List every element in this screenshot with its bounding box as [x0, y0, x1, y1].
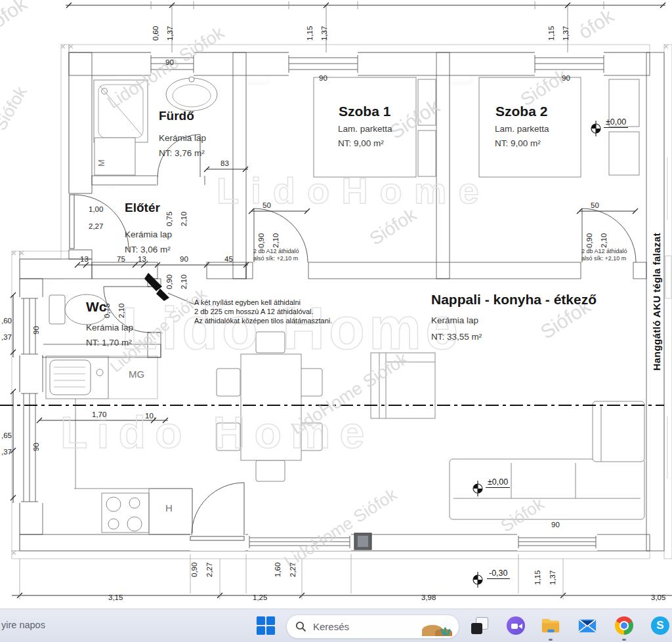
running-indicator: [549, 639, 553, 641]
room-area: NT: 9,00 m²: [495, 138, 541, 148]
room-label-szoba2: Szoba 2: [495, 104, 547, 119]
start-button[interactable]: [257, 616, 275, 635]
windows-logo-icon: [266, 626, 275, 635]
dim-label: 1,37: [165, 26, 175, 41]
dim-label: 90: [32, 443, 41, 451]
dim-label: 1,25: [253, 593, 267, 602]
running-indicator: [622, 639, 626, 641]
file-explorer-button[interactable]: [541, 616, 560, 635]
dim-label: 13: [80, 254, 89, 264]
washing-machine-label: M: [97, 159, 106, 167]
dim-label: 2,10: [599, 233, 608, 248]
room-label-eloter: Előtér: [125, 201, 160, 215]
search-input[interactable]: [312, 620, 406, 633]
room-label-furdo: Fürdő: [159, 109, 194, 123]
windows-logo-icon: [257, 616, 265, 625]
room-area: NT: 9,00 m²: [338, 138, 384, 148]
watermark-large: LidoHome: [217, 169, 491, 212]
room-material: Kerámia lap: [86, 323, 133, 332]
dim-label: 0,75: [165, 212, 174, 226]
dim-label: 50: [262, 201, 271, 210]
fridge-label: H: [165, 502, 173, 513]
dim-label: 1,15: [533, 571, 542, 585]
lintel-small-note: 2 db A12 áthidaló alsó sík: +2,10 m: [581, 248, 627, 262]
dim-label: 1,60: [273, 563, 282, 577]
dim-label: ,37: [1, 332, 12, 342]
dim-label: ,65: [1, 431, 12, 440]
dim-label: 1,00: [89, 205, 103, 214]
skype-button[interactable]: S: [650, 616, 670, 635]
dim-label: 1,70: [92, 410, 106, 419]
dim-label: 0,90: [190, 563, 199, 577]
room-material: Lam. parketta: [495, 124, 549, 134]
dim-label: 45: [224, 254, 233, 264]
acoustic-wall-label: Hanggátló AKU tégla falazat: [651, 233, 662, 371]
dim-label: 0,75: [102, 304, 112, 318]
dim-label: 10,: [145, 411, 156, 420]
dim-label: 1,37: [561, 26, 570, 41]
dim-label: 2,27: [288, 563, 297, 577]
floor-plan-canvas: ófok LidoHome Siófok Siófok ófok Siófok …: [0, 0, 672, 609]
level-marker-label: -0,30: [487, 569, 510, 579]
room-label-szoba1: Szoba 1: [339, 104, 390, 119]
dim-label: 75: [117, 254, 125, 264]
search-box[interactable]: [286, 614, 459, 639]
room-material: Kerámia lap: [125, 230, 172, 239]
dim-label: 0,90: [257, 233, 266, 248]
skype-icon: S: [651, 616, 669, 635]
dishwasher-label: MG: [129, 369, 144, 380]
dim-label: 0,90: [165, 275, 174, 289]
dim-label: 50: [591, 201, 599, 210]
dim-label: 90: [165, 58, 174, 67]
dim-label: 90: [562, 73, 570, 83]
dim-label: 83: [220, 159, 229, 168]
dim-label: 1,15: [547, 26, 556, 41]
level-marker-label: ±0,00: [486, 477, 510, 488]
dim-label: 90: [180, 254, 188, 264]
mail-button[interactable]: [578, 616, 597, 635]
room-area: NT: 3,06 m²: [125, 245, 171, 254]
dim-label: ,60: [1, 316, 12, 325]
room-area: NT: 1,70 m²: [86, 338, 132, 348]
dim-label: 3,05: [651, 593, 665, 602]
room-area: NT: 33,55 m²: [431, 332, 482, 342]
dim-label: 2,27: [89, 222, 103, 231]
dim-label: 2,10: [179, 275, 188, 289]
dim-label: 3,98: [421, 593, 436, 602]
windows-logo-icon: [266, 616, 275, 625]
chat-icon: [507, 616, 525, 635]
dim-label: 0,90: [585, 233, 594, 248]
room-area: NT: 3,76 m²: [159, 148, 205, 158]
chrome-button[interactable]: [614, 616, 634, 635]
file-explorer-icon: [541, 616, 560, 635]
dim-label: 1,37: [548, 571, 557, 585]
taskbar: yire napos: [0, 609, 672, 642]
dim-label: 2,10: [117, 304, 126, 318]
dim-label: 13,: [138, 254, 148, 264]
dim-label: 3,15: [108, 593, 123, 602]
dim-label: ,37: [1, 447, 12, 456]
dim-label: 1,37: [320, 26, 329, 41]
task-view-button[interactable]: [470, 616, 490, 635]
dim-label: 0,60: [151, 26, 160, 41]
screen: ófok LidoHome Siófok Siófok ófok Siófok …: [0, 0, 672, 642]
chat-button[interactable]: [506, 616, 526, 635]
room-material: Lam. parketta: [338, 124, 392, 134]
room-label-nappali: Nappali - konyha - étkező: [431, 292, 597, 308]
level-marker-label: ±0,00: [604, 117, 628, 128]
watermark-large: Lido Home: [60, 407, 373, 458]
chrome-icon: [615, 616, 633, 635]
weather-status-text[interactable]: yire napos: [1, 620, 45, 630]
room-material: Kerámia lap: [159, 133, 206, 143]
dim-label: 90: [551, 520, 560, 529]
search-icon: [295, 621, 306, 632]
dim-label: 90: [319, 73, 327, 83]
lintel-small-note: 2 db A12 áthidaló alsó sík: +2,10 m: [253, 248, 299, 262]
lintel-note: A két nyílást egyben kell áthidalni 2 db…: [194, 298, 332, 325]
room-material: Kerámia lap: [431, 315, 478, 325]
dim-label: 1,15: [305, 26, 314, 41]
search-weather-image: [421, 617, 456, 637]
dim-label: 90: [32, 326, 41, 334]
dim-label: 2,10: [271, 233, 280, 248]
dim-label: 2,27: [205, 563, 214, 577]
